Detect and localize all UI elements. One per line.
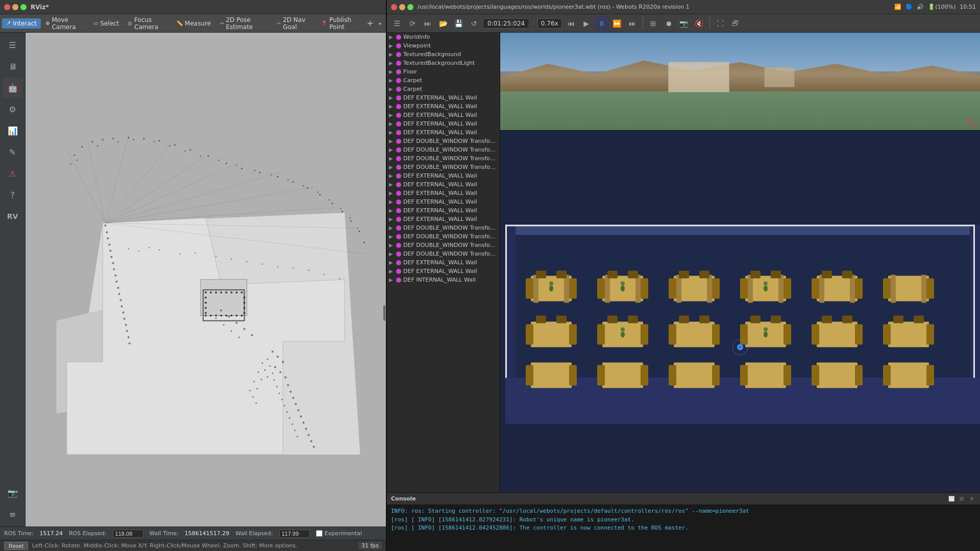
focus-camera-btn[interactable]: ◎ Focus Camera bbox=[124, 15, 172, 32]
tree-item[interactable]: ▶ DEF EXTERNAL_WALL Wall bbox=[387, 171, 500, 180]
svg-point-131 bbox=[114, 274, 116, 277]
wb-tool-save[interactable]: 💾 bbox=[451, 16, 465, 31]
tree-item[interactable]: ▶ DEF EXTERNAL_WALL Wall bbox=[387, 206, 500, 215]
sidebar-icon-displays[interactable]: ☰ bbox=[3, 35, 23, 55]
tree-item[interactable]: ▶ DEF EXTERNAL_WALL Wall bbox=[387, 119, 500, 128]
console-expand-btn[interactable]: ⬜ bbox=[947, 495, 955, 503]
wb-tool-fast-fwd[interactable]: ⏩ bbox=[610, 16, 624, 31]
tree-item[interactable]: ▶ DEF DOUBLE_WINDOW Transform bbox=[387, 223, 500, 232]
wb-tool-step[interactable]: ⏭ bbox=[421, 16, 435, 31]
tree-item[interactable]: ▶ DEF DOUBLE_WINDOW Transform bbox=[387, 145, 500, 154]
tree-item[interactable]: ▶ DEF DOUBLE_WINDOW Transform bbox=[387, 241, 500, 249]
tree-item[interactable]: ▶ TexturedBackground bbox=[387, 50, 500, 59]
sidebar-icon-rviz-logo[interactable]: RV bbox=[3, 206, 23, 227]
tree-item[interactable]: ▶ DEF EXTERNAL_WALL Wall bbox=[387, 258, 500, 267]
tree-item[interactable]: ▶ DEF EXTERNAL_WALL Wall bbox=[387, 180, 500, 189]
sidebar-icon-alert[interactable]: ⚠ bbox=[3, 163, 23, 184]
measure-btn[interactable]: 📏 Measure bbox=[173, 18, 215, 29]
fps-badge: 31 fps bbox=[358, 542, 382, 549]
sidebar-icon-layers[interactable]: ≡ bbox=[3, 504, 23, 524]
webots-min-btn[interactable] bbox=[399, 4, 405, 10]
tree-item[interactable]: ▶ Viewpoint bbox=[387, 41, 500, 50]
sidebar-icon-files[interactable]: 🖥 bbox=[3, 56, 23, 77]
svg-point-64 bbox=[194, 252, 196, 254]
wb-tool-menu[interactable]: ☰ bbox=[390, 16, 404, 31]
sidebar-icon-help[interactable]: ? bbox=[3, 185, 23, 205]
tree-item[interactable]: ▶ DEF DOUBLE_WINDOW Transform bbox=[387, 154, 500, 163]
wb-tool-play[interactable]: ▶ bbox=[579, 16, 594, 31]
tree-item[interactable]: ▶ TexturedBackgroundLight bbox=[387, 59, 500, 67]
select-btn[interactable]: ▭ Select bbox=[89, 18, 123, 29]
svg-point-192 bbox=[621, 282, 625, 286]
svg-point-101 bbox=[291, 423, 293, 425]
sidebar-icon-camera[interactable]: 📷 bbox=[3, 483, 23, 503]
svg-rect-186 bbox=[635, 275, 641, 303]
move-camera-btn[interactable]: ⊕ Move Camera bbox=[41, 15, 89, 32]
wb-tool-rewind[interactable]: ⏮ bbox=[564, 16, 578, 31]
experimental-checkbox[interactable] bbox=[316, 530, 323, 537]
interact-btn[interactable]: ↗ Interact bbox=[2, 18, 41, 29]
tree-item[interactable]: ▶ DEF EXTERNAL_WALL Wall bbox=[387, 189, 500, 197]
rviz-viewport[interactable] bbox=[26, 33, 386, 527]
svg-point-133 bbox=[117, 287, 119, 289]
console-popout-btn[interactable]: ⊞ bbox=[958, 495, 966, 503]
tree-item[interactable]: ▶ WorldInfo bbox=[387, 33, 500, 41]
webots-close-btn[interactable] bbox=[391, 4, 397, 10]
sidebar-icon-robot[interactable]: 🤖 bbox=[3, 78, 23, 98]
tree-item[interactable]: ▶ DEF EXTERNAL_WALL Wall bbox=[387, 111, 500, 119]
ros-elapsed-input[interactable] bbox=[113, 530, 143, 538]
tree-item[interactable]: ▶ DEF INTERNAL_WALL Wall bbox=[387, 276, 500, 284]
tree-item[interactable]: ▶ DEF EXTERNAL_WALL Wall bbox=[387, 128, 500, 137]
wb-tool-screenshot[interactable]: 📷 bbox=[677, 16, 691, 31]
console-close-btn[interactable]: ✕ bbox=[968, 495, 976, 503]
wb-tool-restart[interactable]: ⟳ bbox=[405, 16, 420, 31]
nav-goal-btn[interactable]: → 2D Nav Goal bbox=[273, 15, 317, 32]
tree-item[interactable]: ▶ DEF EXTERNAL_WALL Wall bbox=[387, 102, 500, 111]
top-camera-preview[interactable] bbox=[500, 33, 980, 131]
svg-rect-227 bbox=[597, 324, 605, 345]
rviz-close-btn[interactable] bbox=[4, 4, 10, 10]
tree-item[interactable]: ▶ Carpet bbox=[387, 85, 500, 93]
pose-estimate-btn[interactable]: → 2D Pose Estimate bbox=[215, 15, 272, 32]
sidebar-icon-settings[interactable]: ⚙ bbox=[3, 99, 23, 119]
svg-rect-224 bbox=[536, 316, 546, 323]
tree-item[interactable]: ▶ DEF DOUBLE_WINDOW Transform bbox=[387, 249, 500, 258]
svg-point-56 bbox=[340, 208, 341, 209]
sidebar-icon-charts[interactable]: 📊 bbox=[3, 120, 23, 141]
wb-tool-grid[interactable]: ⊞ bbox=[646, 16, 660, 31]
wb-tool-faster[interactable]: ⏭ bbox=[625, 16, 640, 31]
tree-item[interactable]: ▶ DEF DOUBLE_WINDOW Transform bbox=[387, 137, 500, 145]
wb-tool-reload[interactable]: ↺ bbox=[467, 16, 481, 31]
webots-max-btn[interactable] bbox=[407, 4, 413, 10]
tree-item[interactable]: ▶ DEF EXTERNAL_WALL Wall bbox=[387, 93, 500, 102]
rviz-min-btn[interactable] bbox=[12, 4, 18, 10]
publish-point-btn[interactable]: 📍 Publish Point bbox=[317, 15, 363, 32]
tree-dot bbox=[396, 173, 401, 179]
svg-point-86 bbox=[303, 421, 305, 423]
add-tool-btn[interactable]: + bbox=[364, 17, 377, 29]
expand-btn[interactable]: ▸ bbox=[377, 19, 384, 27]
main-3d-view[interactable] bbox=[500, 131, 980, 492]
tree-item[interactable]: ▶ Floor bbox=[387, 67, 500, 76]
reset-button[interactable]: Reset bbox=[4, 542, 28, 550]
wb-tool-expand[interactable]: ⛶ bbox=[713, 16, 727, 31]
wb-tool-collapse[interactable]: 🗗 bbox=[728, 16, 743, 31]
tree-item[interactable]: ▶ DEF EXTERNAL_WALL Wall bbox=[387, 215, 500, 223]
sidebar-icon-edit[interactable]: ✎ bbox=[3, 142, 23, 162]
rviz-max-btn[interactable] bbox=[20, 4, 27, 10]
tree-dot bbox=[396, 52, 401, 57]
tree-item[interactable]: ▶ Carpet bbox=[387, 76, 500, 85]
tree-item[interactable]: ▶ DEF DOUBLE_WINDOW Transform bbox=[387, 163, 500, 171]
rviz-titlebar: RViz* bbox=[0, 0, 386, 14]
wb-tool-volume[interactable]: 🔇 bbox=[692, 16, 706, 31]
tree-item[interactable]: ▶ DEF EXTERNAL_WALL Wall bbox=[387, 267, 500, 276]
wb-speed-display[interactable]: 0.76x bbox=[537, 18, 562, 29]
svg-rect-256 bbox=[526, 365, 533, 386]
wb-tool-record[interactable]: ⏺ bbox=[662, 16, 676, 31]
wb-tool-pause[interactable]: ⏸ bbox=[595, 16, 609, 31]
wb-time-display[interactable]: 0:01:25:024 bbox=[483, 18, 529, 29]
tree-item[interactable]: ▶ DEF EXTERNAL_WALL Wall bbox=[387, 197, 500, 206]
tree-item[interactable]: ▶ DEF DOUBLE_WINDOW Transform bbox=[387, 232, 500, 241]
wall-elapsed-input[interactable] bbox=[279, 530, 310, 538]
wb-tool-open[interactable]: 📂 bbox=[436, 16, 450, 31]
